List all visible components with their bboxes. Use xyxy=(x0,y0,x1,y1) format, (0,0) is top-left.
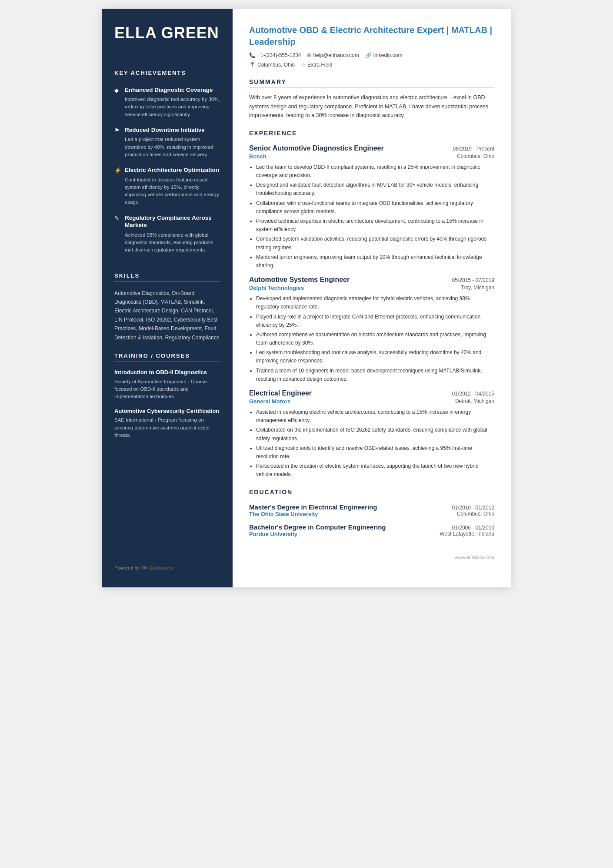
skills-section-title: SKILLS xyxy=(114,272,220,282)
achievement-3-icon: ⚡ xyxy=(114,167,121,174)
achievement-2-icon: ⚑ xyxy=(114,127,121,134)
job-3: Electrical Engineer 01/2012 - 04/2015 Ge… xyxy=(249,389,494,479)
location-text: Columbus, Ohio xyxy=(257,62,295,68)
job-1: Senior Automotive Diagnostics Engineer 0… xyxy=(249,144,494,270)
training-2-title: Automotive Cybersecurity Certification xyxy=(114,408,220,415)
job-1-dates: 08/2019 - Present xyxy=(453,146,494,152)
list-item: Mentored junior engineers, improving tea… xyxy=(256,253,494,270)
achievement-2-desc: Led a project that reduced system downti… xyxy=(114,136,220,158)
training-1-title: Introduction to OBD-II Diagnostics xyxy=(114,369,220,376)
job-2-dates: 05/2015 - 07/2019 xyxy=(452,277,494,283)
achievement-2-title: Reduced Downtime Initiative xyxy=(125,126,205,134)
job-3-bullets: Assisted in developing electric vehicle … xyxy=(256,408,494,479)
summary-section-title: SUMMARY xyxy=(249,78,494,88)
contact-location: 📍 Columbus, Ohio xyxy=(249,62,295,68)
training-2-desc: SAE International - Program focusing on … xyxy=(114,416,220,439)
list-item: Led system troubleshooting and root caus… xyxy=(256,349,494,365)
job-3-company: General Motors xyxy=(249,398,290,405)
contact-linkedin: 🔗 linkedin.com xyxy=(365,52,403,58)
powered-by-label: Powered by xyxy=(114,565,140,570)
achievement-1: ◆ Enhanced Diagnostic Coverage Improved … xyxy=(114,86,220,118)
achievement-4-icon: ✎ xyxy=(114,215,121,221)
list-item: Trained a team of 10 engineers in model-… xyxy=(256,367,494,383)
achievement-3: ⚡ Electric Architecture Optimization Con… xyxy=(114,166,220,206)
achievement-4-desc: Achieved 98% compliance with global diag… xyxy=(114,231,220,254)
edu-2: Bachelor's Degree in Computer Engineerin… xyxy=(249,523,494,537)
linkedin-icon: 🔗 xyxy=(365,52,372,58)
edu-1-dates: 01/2010 - 01/2012 xyxy=(452,505,494,511)
list-item: Participated in the creation of electric… xyxy=(256,462,494,479)
training-1-desc: Society of Automotive Engineers - Course… xyxy=(114,378,220,401)
email-icon: ✉ xyxy=(307,52,311,58)
list-item: Collaborated on the implementation of IS… xyxy=(256,426,494,442)
phone-text: +1-(234)-555-1234 xyxy=(257,52,301,58)
job-1-location: Columbus, Ohio xyxy=(457,153,494,160)
edu-2-degree: Bachelor's Degree in Computer Engineerin… xyxy=(249,523,386,531)
achievement-1-desc: Improved diagnostic tool accuracy by 30%… xyxy=(114,96,220,118)
sidebar-footer: Powered by ∞ Enhancv xyxy=(114,551,220,572)
list-item: Assisted in developing electric vehicle … xyxy=(256,408,494,425)
achievement-4-title: Regulatory Compliance Across Markets xyxy=(125,214,220,229)
job-3-dates: 01/2012 - 04/2015 xyxy=(452,391,494,397)
list-item: Developed and implemented diagnostic str… xyxy=(256,295,494,311)
brand-name: Enhancv xyxy=(150,565,173,571)
location-icon: 📍 xyxy=(249,62,256,68)
achievements-list: ◆ Enhanced Diagnostic Coverage Improved … xyxy=(114,86,220,262)
powered-by: Powered by ∞ Enhancv xyxy=(114,564,220,572)
job-1-title: Senior Automotive Diagnostics Engineer xyxy=(249,144,384,152)
main-content: Automotive OBD & Electric Architecture E… xyxy=(233,9,511,587)
list-item: Conducted system validation activities, … xyxy=(256,235,494,251)
edu-2-location: West Lafayette, Indiana xyxy=(440,531,494,537)
edu-1-school: The Ohio State University xyxy=(249,511,318,517)
achievement-2: ⚑ Reduced Downtime Initiative Led a proj… xyxy=(114,126,220,158)
job-2: Automotive Systems Engineer 05/2015 - 07… xyxy=(249,276,494,383)
job-2-bullets: Developed and implemented diagnostic str… xyxy=(256,295,494,383)
experience-section-title: EXPERIENCE xyxy=(249,130,494,139)
list-item: Collaborated with cross-functional teams… xyxy=(256,199,494,216)
main-headline: Automotive OBD & Electric Architecture E… xyxy=(249,24,494,48)
achievement-4: ✎ Regulatory Compliance Across Markets A… xyxy=(114,214,220,254)
edu-1-location: Columbus, Ohio xyxy=(457,511,494,517)
sidebar: ELLA GREEN KEY ACHIEVEMENTS ◆ Enhanced D… xyxy=(102,9,233,587)
footer-url: www.enhancv.com xyxy=(455,555,494,560)
edu-2-school: Purdue University xyxy=(249,531,297,537)
contact-email: ✉ help@enhancv.com xyxy=(307,52,359,58)
list-item: Provided technical expertise in electric… xyxy=(256,217,494,234)
achievements-section-title: KEY ACHIEVEMENTS xyxy=(114,70,220,79)
linkedin-text: linkedin.com xyxy=(373,52,403,58)
list-item: Led the team to develop OBD-II compliant… xyxy=(256,163,494,180)
achievement-3-desc: Contributed to designs that increased sy… xyxy=(114,176,220,206)
achievement-1-title: Enhanced Diagnostic Coverage xyxy=(125,86,213,94)
contact-row-2: 📍 Columbus, Ohio ☆ Extra Field xyxy=(249,62,494,68)
contact-phone: 📞 +1-(234)-555-1234 xyxy=(249,52,301,58)
contact-extra: ☆ Extra Field xyxy=(301,62,332,68)
phone-icon: 📞 xyxy=(249,52,256,58)
email-text: help@enhancv.com xyxy=(313,52,359,58)
list-item: Authored comprehensive documentation on … xyxy=(256,331,494,347)
job-1-company: Bosch xyxy=(249,153,267,160)
candidate-name: ELLA GREEN xyxy=(114,24,220,42)
list-item: Utilized diagnostic tools to identify an… xyxy=(256,444,494,461)
job-2-location: Troy, Michigan xyxy=(461,285,494,291)
job-2-company: Delphi Technologies xyxy=(249,285,304,291)
training-2: Automotive Cybersecurity Certification S… xyxy=(114,408,220,439)
contact-row-1: 📞 +1-(234)-555-1234 ✉ help@enhancv.com 🔗… xyxy=(249,52,494,58)
job-2-title: Automotive Systems Engineer xyxy=(249,276,350,284)
edu-1-degree: Master's Degree in Electrical Engineerin… xyxy=(249,503,377,511)
edu-1: Master's Degree in Electrical Engineerin… xyxy=(249,503,494,517)
star-icon: ☆ xyxy=(301,62,306,68)
education-section-title: EDUCATION xyxy=(249,489,494,498)
list-item: Designed and validated fault detection a… xyxy=(256,181,494,198)
main-footer: www.enhancv.com xyxy=(249,555,494,560)
job-3-title: Electrical Engineer xyxy=(249,389,312,397)
training-section-title: TRAINING / COURSES xyxy=(114,352,220,362)
training-list: Introduction to OBD-II Diagnostics Socie… xyxy=(114,369,220,446)
edu-2-dates: 01/2006 - 01/2010 xyxy=(452,525,494,531)
job-1-bullets: Led the team to develop OBD-II compliant… xyxy=(256,163,494,270)
job-3-location: Detroit, Michigan xyxy=(455,398,494,405)
skills-text: Automotive Diagnostics, On-Board Diagnos… xyxy=(114,289,220,342)
summary-text: With over 8 years of experience in autom… xyxy=(249,93,494,120)
extra-text: Extra Field xyxy=(307,62,332,68)
list-item: Played a key role in a project to integr… xyxy=(256,313,494,329)
achievement-3-title: Electric Architecture Optimization xyxy=(125,166,219,174)
